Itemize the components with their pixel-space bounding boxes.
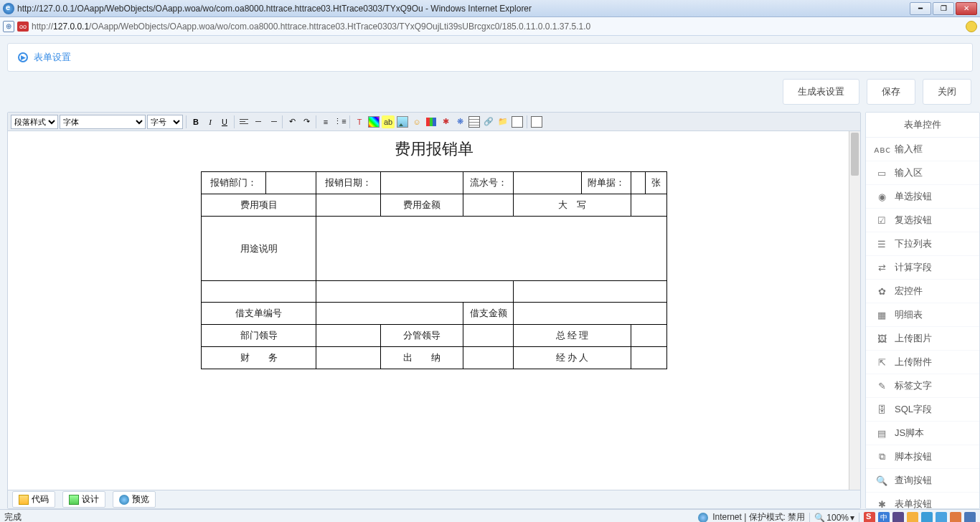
expense-form-table: 报销部门： 报销日期： 流水号： 附单据： 张 费用项目 费用金额 <box>201 171 667 369</box>
unordered-list-button[interactable]: ⋮≡ <box>334 115 347 128</box>
window-buttons: ━ ❐ ✕ <box>910 2 977 15</box>
insert-char-button[interactable]: ❋ <box>453 115 466 128</box>
highlight-button[interactable]: ab <box>382 115 395 128</box>
cell-empty[interactable] <box>202 281 316 303</box>
scrollbar-thumb[interactable] <box>851 133 859 176</box>
ime-skin-icon[interactable] <box>950 512 961 523</box>
palette-item-query-btn[interactable]: 🔍查询按钮 <box>866 469 979 493</box>
palette-item-sql[interactable]: 🗄SQL字段 <box>866 398 979 422</box>
palette-item-label[interactable]: ✎标签文字 <box>866 374 979 398</box>
cell-handler-value[interactable] <box>631 347 667 369</box>
save-button[interactable]: 保存 <box>867 79 915 105</box>
flag-icon[interactable] <box>425 115 438 128</box>
tab-code[interactable]: 代码 <box>12 491 55 508</box>
cell-empty[interactable] <box>316 281 514 303</box>
cell-empty[interactable] <box>514 281 667 303</box>
cell-dept-value[interactable] <box>266 172 316 194</box>
font-size-select[interactable]: 字号 <box>147 115 183 129</box>
status-zoom[interactable]: 🔍 100% ▾ <box>814 513 854 523</box>
italic-button[interactable]: I <box>204 115 217 128</box>
palette-item-radio[interactable]: ◉单选按钮 <box>866 185 979 209</box>
palette-item-textarea[interactable]: ▭输入区 <box>866 161 979 185</box>
redo-button[interactable]: ↷ <box>300 115 313 128</box>
separator <box>186 115 187 128</box>
special-char-button[interactable]: ✱ <box>439 115 452 128</box>
underline-button[interactable]: U <box>218 115 231 128</box>
palette-item-upload-file[interactable]: ⇱上传附件 <box>866 351 979 374</box>
url-prefix: http:// <box>32 22 53 32</box>
palette-item-select[interactable]: ☰下拉列表 <box>866 232 979 256</box>
palette-item-upload-image[interactable]: 🖼上传图片 <box>866 327 979 351</box>
image-button[interactable] <box>396 115 409 128</box>
tab-preview[interactable]: 预览 <box>113 491 156 508</box>
ime-keyboard-icon[interactable] <box>921 512 933 523</box>
window-titlebar: http://127.0.0.1/OAapp/WebObjects/OAapp.… <box>0 0 980 17</box>
sogou-icon[interactable] <box>864 512 875 523</box>
undo-button[interactable]: ↶ <box>286 115 298 128</box>
generate-button[interactable]: 生成表设置 <box>783 79 859 105</box>
close-button[interactable]: 关闭 <box>923 79 971 105</box>
close-window-button[interactable]: ✕ <box>956 2 977 15</box>
url-field[interactable]: http://127.0.0.1/OAapp/WebObjects/OAapp.… <box>32 22 963 32</box>
emoji-button[interactable]: ☺ <box>410 115 423 128</box>
vertical-scrollbar[interactable] <box>849 131 860 490</box>
cell-serial-value[interactable] <box>514 172 582 194</box>
align-left-button[interactable] <box>237 115 250 128</box>
table-button[interactable] <box>468 115 481 128</box>
cell-loan-amt-value[interactable] <box>514 303 667 325</box>
cell-upper-value[interactable] <box>631 194 667 217</box>
shield-icon[interactable]: ⊕ <box>3 21 14 32</box>
cell-branch-leader-value[interactable] <box>463 325 514 347</box>
ime-settings-icon[interactable] <box>964 512 976 523</box>
search-icon: 🔍 <box>876 475 887 486</box>
palette-item-input[interactable]: ᴀʙᴄ输入框 <box>866 138 979 161</box>
tab-design[interactable]: 设计 <box>62 491 105 508</box>
cell-date-value[interactable] <box>381 172 463 194</box>
bold-button[interactable]: B <box>189 115 202 128</box>
ime-user-icon[interactable] <box>936 512 947 523</box>
cell-attach-value[interactable] <box>631 172 646 194</box>
tab-preview-label: 预览 <box>132 493 149 506</box>
cell-amount-value[interactable] <box>463 194 514 217</box>
cell-loan-no-value[interactable] <box>316 303 463 325</box>
cell-item-value[interactable] <box>316 194 381 217</box>
page-button[interactable] <box>511 115 524 128</box>
editor-canvas[interactable]: 费用报销单 报销部门： 报销日期： 流水号： 附单据： 张 费用项 <box>8 131 860 490</box>
cell-dept-leader-label: 部门领导 <box>202 325 316 347</box>
cell-gm-value[interactable] <box>631 325 667 347</box>
ime-punct-icon[interactable] <box>907 512 918 523</box>
align-right-button[interactable] <box>266 115 279 128</box>
palette-item-calc[interactable]: ⇄计算字段 <box>866 256 979 280</box>
palette-item-form-btn[interactable]: ✱表单按钮 <box>866 493 979 509</box>
image-icon: 🖼 <box>876 333 887 344</box>
palette-label: SQL字段 <box>895 403 932 416</box>
ime-zh-icon[interactable]: 中 <box>878 512 890 523</box>
compatibility-icon[interactable] <box>966 21 977 32</box>
paragraph-style-select[interactable]: 段落样式 <box>11 115 58 129</box>
folder-button[interactable]: 📁 <box>496 115 509 128</box>
ordered-list-button[interactable]: ≡ <box>319 115 332 128</box>
cell-finance-value[interactable] <box>316 347 381 369</box>
cell-purpose-value[interactable] <box>316 217 667 281</box>
ime-moon-icon[interactable] <box>892 512 904 523</box>
font-select[interactable]: 字体 <box>60 115 146 129</box>
palette-label: 复选按钮 <box>895 214 932 227</box>
maximize-button[interactable]: ❐ <box>933 2 954 15</box>
link-button[interactable]: 🔗 <box>482 115 495 128</box>
cell-dept-leader-value[interactable] <box>316 325 381 347</box>
palette-item-script-btn[interactable]: ⧉脚本按钮 <box>866 445 979 469</box>
new-doc-button[interactable] <box>530 115 543 128</box>
bg-color-button[interactable] <box>367 115 380 128</box>
cell-cashier-value[interactable] <box>463 347 514 369</box>
ime-tray: 中 <box>864 512 976 523</box>
palette-label: 下拉列表 <box>895 237 932 250</box>
palette-item-macro[interactable]: ✿宏控件 <box>866 280 979 303</box>
minimize-button[interactable]: ━ <box>910 2 931 15</box>
cell-upper-label: 大 写 <box>514 194 631 217</box>
palette-item-detail[interactable]: ▦明细表 <box>866 303 979 327</box>
palette-item-checkbox[interactable]: ☑复选按钮 <box>866 209 979 232</box>
arrow-right-icon: ▶ <box>18 52 28 62</box>
font-color-button[interactable]: T <box>353 115 366 128</box>
align-center-button[interactable] <box>252 115 265 128</box>
palette-item-js[interactable]: ▤JS脚本 <box>866 422 979 445</box>
